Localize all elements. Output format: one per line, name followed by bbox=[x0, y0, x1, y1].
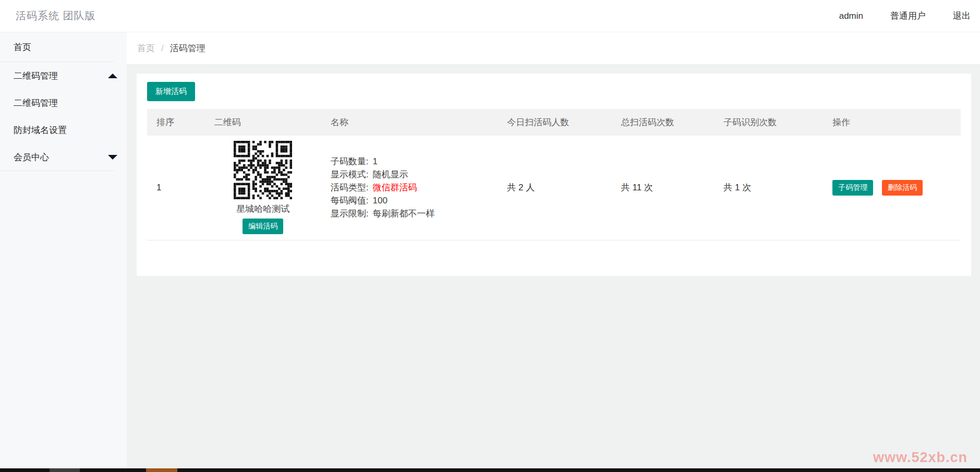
qrcode-table: 排序 二维码 名称 今日扫活码人数 总扫活码次数 子码识别次数 操作 1 bbox=[147, 109, 961, 240]
detail-threshold: 每码阀值:100 bbox=[331, 194, 489, 207]
breadcrumb-separator: / bbox=[161, 43, 164, 54]
sidebar-item-home[interactable]: 首页 bbox=[0, 32, 127, 62]
sidebar-item-label: 会员中心 bbox=[14, 151, 49, 163]
column-header-today-scans: 今日扫活码人数 bbox=[498, 109, 611, 136]
breadcrumb-current: 活码管理 bbox=[170, 42, 205, 54]
user-role-link[interactable]: 普通用户 bbox=[890, 10, 926, 22]
delete-live-code-button[interactable]: 删除活码 bbox=[882, 180, 923, 196]
cell-order: 1 bbox=[147, 136, 205, 240]
sidebar-item-member-center[interactable]: 会员中心 bbox=[0, 143, 127, 171]
cell-total-scans: 共 11 次 bbox=[612, 136, 715, 240]
cell-actions: 子码管理 删除活码 bbox=[823, 136, 961, 240]
sidebar-item-qrcode-management[interactable]: 二维码管理 bbox=[0, 62, 127, 89]
add-live-code-button[interactable]: 新增活码 bbox=[147, 82, 195, 101]
cell-today-scans: 共 2 人 bbox=[498, 136, 611, 240]
detail-live-code-type: 活码类型:微信群活码 bbox=[331, 181, 489, 194]
column-header-order: 排序 bbox=[147, 109, 205, 136]
username-link[interactable]: admin bbox=[839, 11, 863, 21]
main-area: 首页 / 活码管理 新增活码 排序 二维码 名称 bbox=[127, 32, 980, 468]
detail-subcode-count: 子码数量:1 bbox=[331, 155, 489, 168]
cell-qrcode: 星城哈哈测试 编辑活码 bbox=[205, 136, 321, 240]
qr-code-image bbox=[234, 141, 292, 199]
top-header: 活码系统 团队版 admin 普通用户 退出 bbox=[0, 0, 980, 32]
breadcrumb: 首页 / 活码管理 bbox=[127, 32, 980, 64]
column-header-total-scans: 总扫活码次数 bbox=[612, 109, 715, 136]
sidebar-item-label: 防封域名设置 bbox=[14, 124, 67, 136]
taskbar-segment-orange bbox=[146, 468, 177, 472]
app-title: 活码系统 团队版 bbox=[16, 9, 96, 23]
logout-link[interactable]: 退出 bbox=[953, 10, 971, 22]
sidebar-item-label: 二维码管理 bbox=[14, 97, 58, 109]
sidebar-item-label: 首页 bbox=[14, 41, 31, 53]
sidebar-item-label: 二维码管理 bbox=[14, 70, 58, 82]
sidebar-item-domain-settings[interactable]: 防封域名设置 bbox=[0, 116, 127, 143]
edit-live-code-button[interactable]: 编辑活码 bbox=[243, 219, 283, 234]
taskbar-edge[interactable] bbox=[0, 468, 980, 472]
header-user-area: admin 普通用户 退出 bbox=[839, 10, 971, 22]
breadcrumb-home-link[interactable]: 首页 bbox=[137, 42, 155, 54]
column-header-name: 名称 bbox=[321, 109, 498, 136]
manage-subcode-button[interactable]: 子码管理 bbox=[832, 180, 873, 196]
content-area: 新增活码 排序 二维码 名称 今日扫活码人数 总扫活码次数 子码识别 bbox=[127, 64, 980, 276]
column-header-subcode-scans: 子码识别次数 bbox=[714, 109, 823, 136]
sidebar-item-qrcode-management-sub[interactable]: 二维码管理 bbox=[0, 89, 127, 116]
qrcode-list-card: 新增活码 排序 二维码 名称 今日扫活码人数 总扫活码次数 子码识别 bbox=[137, 74, 971, 276]
table-row: 1 星城哈哈测试 编辑活码 子码数量:1 bbox=[147, 136, 961, 240]
column-header-qrcode: 二维码 bbox=[205, 109, 321, 136]
taskbar-segment-grey bbox=[50, 468, 80, 472]
chevron-up-icon bbox=[108, 74, 117, 78]
column-header-actions: 操作 bbox=[823, 109, 961, 136]
detail-display-mode: 显示模式:随机显示 bbox=[331, 168, 489, 181]
cell-subcode-scans: 共 1 次 bbox=[714, 136, 823, 240]
chevron-down-icon bbox=[108, 155, 117, 160]
qr-code-name: 星城哈哈测试 bbox=[214, 203, 312, 215]
sidebar-divider bbox=[0, 171, 114, 171]
cell-name-details: 子码数量:1 显示模式:随机显示 活码类型:微信群活码 每码阀值:100 bbox=[321, 136, 498, 240]
table-header-row: 排序 二维码 名称 今日扫活码人数 总扫活码次数 子码识别次数 操作 bbox=[147, 109, 961, 136]
detail-display-limit: 显示限制:每刷新都不一样 bbox=[331, 207, 489, 220]
sidebar: 首页 二维码管理 二维码管理 防封域名设置 会员中心 bbox=[0, 32, 127, 468]
